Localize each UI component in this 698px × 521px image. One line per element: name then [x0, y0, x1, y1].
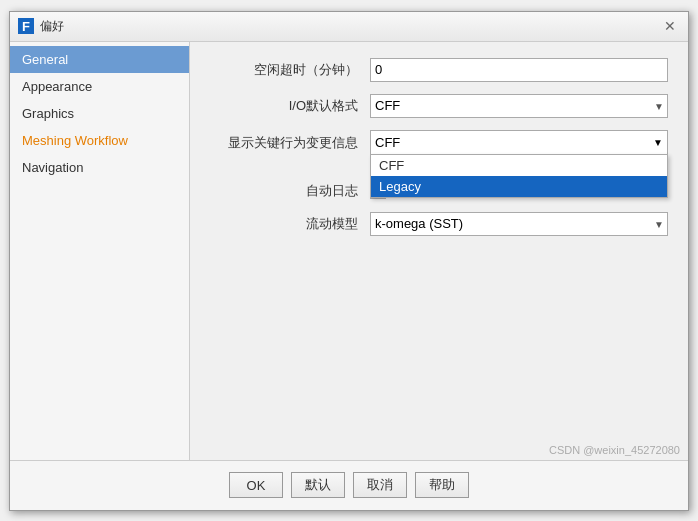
ok-button[interactable]: OK [229, 472, 283, 498]
title-bar-text: 偏好 [40, 18, 660, 35]
show-behavior-arrow-icon: ▼ [653, 137, 663, 148]
show-behavior-display[interactable]: CFF ▼ [370, 130, 668, 154]
title-bar: F 偏好 ✕ [10, 12, 688, 42]
io-format-select[interactable]: CFF Legacy [370, 94, 668, 118]
dialog-body: General Appearance Graphics Meshing Work… [10, 42, 688, 460]
default-button[interactable]: 默认 [291, 472, 345, 498]
idle-timeout-control [370, 58, 668, 82]
idle-timeout-input[interactable] [370, 58, 668, 82]
idle-timeout-label: 空闲超时（分钟） [210, 61, 370, 79]
content-area: 空闲超时（分钟） I/O默认格式 CFF Legacy ▼ [190, 42, 688, 460]
sidebar-item-appearance[interactable]: Appearance [10, 73, 189, 100]
show-behavior-control: CFF ▼ CFF Legacy [370, 130, 668, 154]
io-format-row: I/O默认格式 CFF Legacy ▼ [210, 94, 668, 118]
sidebar: General Appearance Graphics Meshing Work… [10, 42, 190, 460]
cancel-button[interactable]: 取消 [353, 472, 407, 498]
auto-log-label: 自动日志 [210, 182, 370, 200]
flow-model-label: 流动模型 [210, 215, 370, 233]
io-format-dropdown-wrapper: CFF Legacy ▼ [370, 94, 668, 118]
show-behavior-label: 显示关键行为变更信息 [210, 130, 370, 152]
show-behavior-option-cff[interactable]: CFF [371, 155, 667, 176]
watermark: CSDN @weixin_45272080 [549, 444, 680, 456]
sidebar-item-general[interactable]: General [10, 46, 189, 73]
flow-model-select[interactable]: k-omega (SST) k-epsilon Laminar [370, 212, 668, 236]
app-icon: F [18, 18, 34, 34]
help-button[interactable]: 帮助 [415, 472, 469, 498]
io-format-label: I/O默认格式 [210, 97, 370, 115]
sidebar-item-meshing-workflow[interactable]: Meshing Workflow [10, 127, 189, 154]
show-behavior-current-value: CFF [375, 135, 400, 150]
close-button[interactable]: ✕ [660, 16, 680, 36]
show-behavior-dropdown-open: CFF ▼ CFF Legacy [370, 130, 668, 154]
sidebar-item-navigation[interactable]: Navigation [10, 154, 189, 181]
preferences-dialog: F 偏好 ✕ General Appearance Graphics Meshi… [9, 11, 689, 511]
show-behavior-row: 显示关键行为变更信息 CFF ▼ CFF Legacy [210, 130, 668, 154]
flow-model-dropdown-wrapper: k-omega (SST) k-epsilon Laminar ▼ [370, 212, 668, 236]
dialog-footer: OK 默认 取消 帮助 [10, 460, 688, 510]
show-behavior-option-legacy[interactable]: Legacy [371, 176, 667, 197]
flow-model-control: k-omega (SST) k-epsilon Laminar ▼ [370, 212, 668, 236]
io-format-control: CFF Legacy ▼ [370, 94, 668, 118]
idle-timeout-row: 空闲超时（分钟） [210, 58, 668, 82]
show-behavior-options-list: CFF Legacy [370, 154, 668, 198]
flow-model-row: 流动模型 k-omega (SST) k-epsilon Laminar ▼ [210, 212, 668, 236]
sidebar-item-graphics[interactable]: Graphics [10, 100, 189, 127]
